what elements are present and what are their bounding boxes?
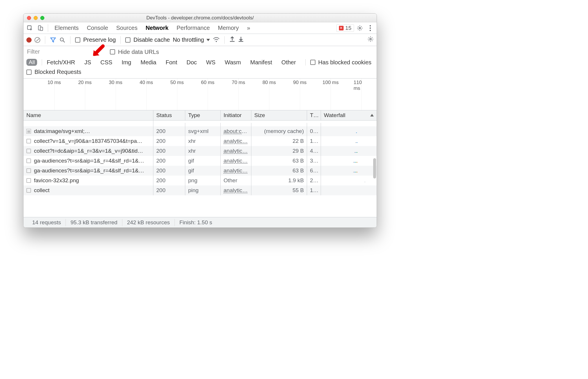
type-filter-ws[interactable]: WS: [206, 59, 215, 66]
svg-line-8: [63, 41, 65, 42]
table-body: ▤data:image/svg+xml;…200svg+xmlabout:cl……: [23, 121, 377, 195]
devtools-window: DevTools - developer.chrome.com/docs/dev…: [23, 13, 377, 228]
annotation-arrow-icon: [91, 44, 105, 60]
table-row[interactable]: ga-audiences?t=sr&aip=1&_r=4&slf_rd=1&…2…: [23, 156, 377, 166]
preserve-log-checkbox[interactable]: Preserve log: [75, 37, 116, 43]
initiator-link[interactable]: analytic…: [224, 158, 248, 164]
more-menu-icon[interactable]: [366, 24, 375, 32]
record-button[interactable]: [26, 37, 32, 43]
type-filter-img[interactable]: Img: [121, 59, 131, 66]
timeline-tick: 40 ms: [139, 80, 153, 85]
table-row[interactable]: ga-audiences?t=sr&aip=1&_r=4&slf_rd=1&…2…: [23, 166, 377, 176]
svg-point-6: [370, 30, 371, 31]
waterfall-bar: [364, 182, 365, 182]
table-row[interactable]: favicon-32x32.png200pngOther1.9 kB2…: [23, 176, 377, 185]
type-filter-font[interactable]: Font: [166, 59, 177, 66]
col-size[interactable]: Size: [251, 110, 307, 120]
initiator-link[interactable]: analytic…: [224, 187, 248, 193]
disable-cache-checkbox[interactable]: Disable cache: [125, 37, 170, 43]
network-settings-gear-icon[interactable]: [367, 36, 374, 44]
clear-icon[interactable]: [35, 37, 40, 43]
initiator-link[interactable]: analytic…: [224, 167, 248, 174]
zoom-icon[interactable]: [40, 16, 44, 20]
hide-data-urls-checkbox[interactable]: Hide data URLs: [110, 49, 159, 55]
request-name: collect: [34, 187, 50, 194]
waterfall-bar: [353, 172, 357, 172]
import-har-icon[interactable]: [229, 36, 235, 44]
settings-gear-icon[interactable]: [355, 24, 364, 32]
table-row[interactable]: [23, 121, 377, 126]
search-icon[interactable]: [59, 37, 66, 43]
status-bar: 14 requests 95.3 kB transferred 242 kB r…: [23, 217, 377, 227]
waterfall-bar: [355, 142, 357, 143]
device-toolbar-icon[interactable]: [36, 24, 45, 32]
svg-point-7: [60, 38, 63, 41]
table-row[interactable]: collect?t=dc&aip=1&_r=3&v=1&_v=j90&tid…2…: [23, 146, 377, 156]
table-row[interactable]: ▤data:image/svg+xml;…200svg+xmlabout:cl……: [23, 126, 377, 136]
col-waterfall[interactable]: Waterfall: [321, 110, 377, 120]
file-icon: [26, 168, 31, 173]
initiator-link: Other: [224, 177, 237, 183]
blocked-requests-checkbox[interactable]: Blocked Requests: [26, 69, 81, 75]
request-name: data:image/svg+xml;…: [34, 128, 90, 134]
col-time[interactable]: T…: [307, 110, 321, 120]
throttling-select[interactable]: No throttling: [173, 37, 210, 43]
export-har-icon[interactable]: [238, 36, 244, 44]
close-icon[interactable]: [27, 16, 31, 20]
inspect-element-icon[interactable]: [25, 24, 35, 32]
request-name: ga-audiences?t=sr&aip=1&_r=4&slf_rd=1&…: [34, 167, 144, 174]
network-conditions-icon[interactable]: [213, 37, 220, 43]
timeline-overview[interactable]: 10 ms20 ms30 ms40 ms50 ms60 ms70 ms80 ms…: [23, 79, 377, 110]
timeline-tick: 10 ms: [48, 80, 61, 85]
timeline-tick: 50 ms: [170, 80, 184, 85]
type-filter-manifest[interactable]: Manifest: [250, 59, 272, 66]
type-filter-media[interactable]: Media: [141, 59, 156, 66]
network-toolbar: Preserve log Disable cache No throttling: [23, 34, 377, 46]
tabs-overflow-icon[interactable]: »: [244, 23, 254, 32]
type-filter-other[interactable]: Other: [282, 59, 296, 66]
file-icon: [26, 149, 31, 153]
type-filter-wasm[interactable]: Wasm: [225, 59, 241, 66]
error-count-badge[interactable]: ✕ 15: [336, 24, 354, 32]
tab-console[interactable]: Console: [83, 23, 111, 32]
request-name: ga-audiences?t=sr&aip=1&_r=4&slf_rd=1&…: [34, 158, 144, 164]
filter-toggle-icon[interactable]: [50, 37, 56, 43]
error-count: 15: [345, 25, 351, 31]
col-status[interactable]: Status: [153, 110, 185, 120]
svg-point-5: [370, 27, 371, 28]
timeline-tick: 70 ms: [232, 80, 245, 85]
tab-network[interactable]: Network: [142, 23, 172, 32]
titlebar: DevTools - developer.chrome.com/docs/dev…: [23, 14, 377, 22]
type-filter-doc[interactable]: Doc: [186, 59, 197, 66]
type-filter-all[interactable]: All: [26, 59, 37, 66]
tab-sources[interactable]: Sources: [113, 23, 141, 32]
blocked-requests-row: Blocked Requests: [23, 68, 377, 79]
table-row[interactable]: collect200pinganalytic…55 B1…: [23, 185, 377, 195]
tab-performance[interactable]: Performance: [173, 23, 213, 32]
timeline-tick: 60 ms: [201, 80, 214, 85]
minimize-icon[interactable]: [34, 16, 38, 20]
type-filter-js[interactable]: JS: [84, 59, 91, 66]
status-transferred: 95.3 kB transferred: [66, 219, 122, 226]
col-initiator[interactable]: Initiator: [221, 110, 251, 120]
file-icon: [26, 139, 31, 143]
window-title: DevTools - developer.chrome.com/docs/dev…: [146, 15, 254, 21]
timeline-tick: 110 ms: [354, 80, 369, 91]
timeline-tick: 100 ms: [322, 80, 339, 85]
initiator-link[interactable]: analytic…: [224, 138, 248, 144]
initiator-link[interactable]: about:cl…: [224, 128, 248, 134]
tab-elements[interactable]: Elements: [51, 23, 82, 32]
tab-memory[interactable]: Memory: [215, 23, 242, 32]
col-type[interactable]: Type: [185, 110, 221, 120]
sort-asc-icon: [370, 114, 374, 116]
col-name[interactable]: Name: [23, 110, 153, 120]
has-blocked-cookies-checkbox[interactable]: Has blocked cookies: [310, 59, 371, 66]
vertical-scrollbar[interactable]: [373, 158, 376, 178]
type-filter-fetchxhr[interactable]: Fetch/XHR: [47, 59, 75, 66]
table-row[interactable]: collect?v=1&_v=j90&a=1837457034&t=pa…200…: [23, 136, 377, 146]
svg-point-9: [216, 41, 217, 42]
panel-tabs: ElementsConsoleSourcesNetworkPerformance…: [23, 22, 377, 34]
timeline-tick: 30 ms: [109, 80, 122, 85]
requests-table: Name Status Type Initiator Size T… Water…: [23, 110, 377, 217]
initiator-link[interactable]: analytic…: [224, 148, 248, 154]
